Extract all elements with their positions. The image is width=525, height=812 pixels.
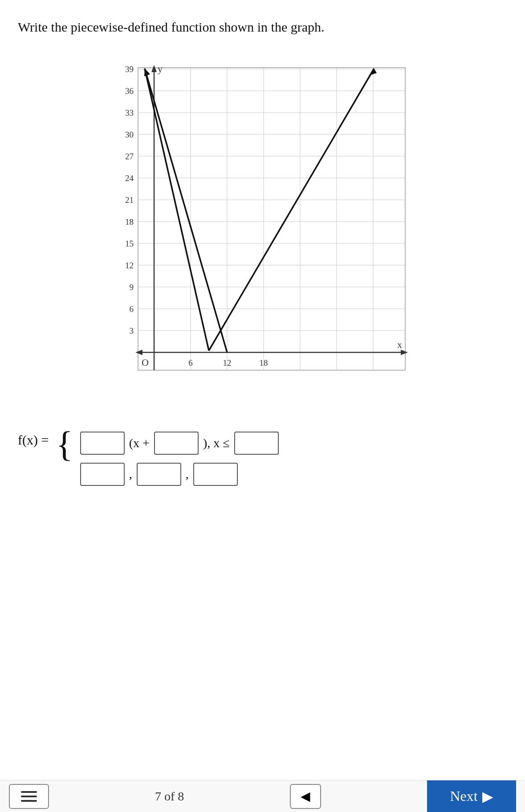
prev-button[interactable]: ◀ — [290, 784, 321, 809]
piecewise-rows: (x + ), x ≤ , , — [80, 432, 279, 486]
svg-text:18: 18 — [259, 358, 268, 368]
svg-text:15: 15 — [125, 239, 134, 248]
svg-text:12: 12 — [223, 358, 231, 368]
svg-text:36: 36 — [125, 86, 134, 96]
svg-text:y: y — [158, 63, 163, 74]
next-button[interactable]: Next ▶ — [427, 780, 516, 812]
svg-text:33: 33 — [125, 108, 134, 117]
svg-text:x: x — [397, 339, 402, 350]
menu-line-3 — [21, 800, 37, 802]
graph-area: y x O 3 6 9 12 15 18 21 24 27 30 33 36 3… — [111, 59, 414, 397]
svg-text:O: O — [142, 357, 149, 368]
next-arrow-icon: ▶ — [482, 788, 493, 805]
page-counter: 7 of 8 — [155, 789, 184, 804]
prev-arrow-icon: ◀ — [301, 789, 310, 804]
svg-text:24: 24 — [125, 174, 134, 183]
row2-suffix: , — [186, 467, 189, 481]
bottom-bar: 7 of 8 ◀ Next ▶ — [0, 780, 525, 812]
function-section: f(x) = { (x + ), x ≤ , , — [0, 410, 525, 495]
svg-text:21: 21 — [125, 195, 134, 205]
row2-input1[interactable] — [80, 463, 125, 486]
next-label: Next — [450, 788, 477, 804]
row1-mid-text: (x + — [129, 436, 150, 450]
menu-line-1 — [21, 791, 37, 793]
row2-sep: , — [129, 467, 132, 481]
svg-text:6: 6 — [188, 358, 193, 368]
menu-button[interactable] — [9, 784, 49, 809]
row2-input3[interactable] — [193, 463, 238, 486]
page-instruction: Write the piecewise-defined function sho… — [0, 0, 525, 45]
svg-text:18: 18 — [125, 217, 134, 226]
piecewise-row-1: (x + ), x ≤ — [80, 432, 279, 455]
fx-label: f(x) = — [18, 432, 49, 448]
svg-text:9: 9 — [129, 283, 134, 292]
row1-input1[interactable] — [80, 432, 125, 455]
svg-text:39: 39 — [125, 65, 134, 74]
svg-text:6: 6 — [129, 304, 134, 314]
row1-input3[interactable] — [234, 432, 279, 455]
svg-text:3: 3 — [129, 326, 134, 335]
row1-suffix: ), x ≤ — [203, 436, 230, 450]
svg-text:27: 27 — [125, 152, 134, 161]
piecewise-row-2: , , — [80, 463, 279, 486]
open-brace: { — [56, 426, 73, 462]
menu-line-2 — [21, 796, 37, 797]
row1-input2[interactable] — [154, 432, 199, 455]
svg-text:12: 12 — [125, 261, 134, 270]
row2-input2[interactable] — [137, 463, 181, 486]
svg-text:30: 30 — [125, 130, 134, 139]
